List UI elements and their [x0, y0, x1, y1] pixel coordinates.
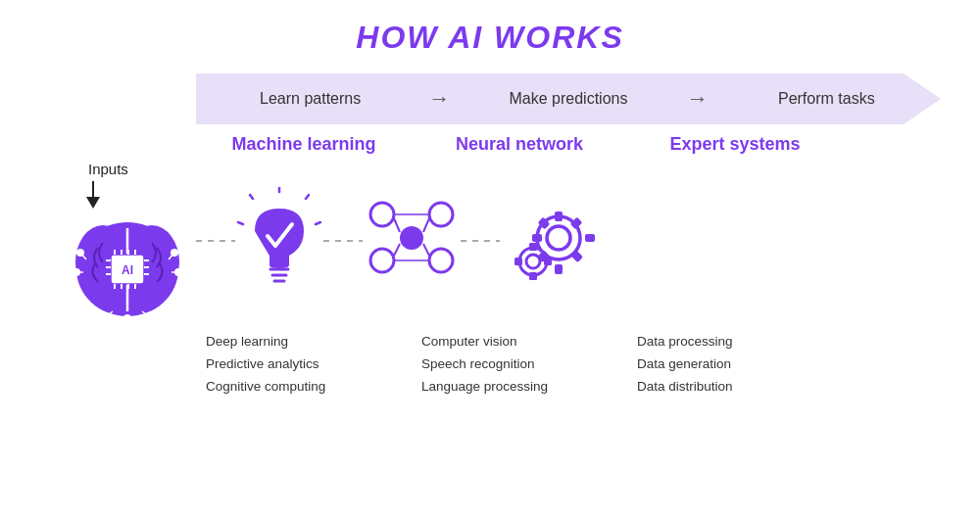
- svg-point-46: [429, 249, 453, 272]
- detail-es: Data processing Data generation Data dis…: [627, 331, 843, 399]
- nn-icon-group: [363, 187, 461, 295]
- svg-point-64: [526, 255, 540, 268]
- svg-point-54: [547, 226, 570, 250]
- neural-network-icon: [363, 187, 461, 295]
- icons-line-row: Inputs: [69, 161, 941, 321]
- lightbulb-icon: [235, 187, 323, 295]
- arrow-shape: Learn patterns → Make predictions → Perf…: [196, 73, 941, 124]
- label-expert-systems: Expert systems: [627, 134, 843, 161]
- arrow-down-head: [86, 197, 100, 209]
- svg-rect-56: [555, 264, 563, 274]
- arrow-step-2: Make predictions: [454, 90, 682, 108]
- svg-rect-65: [529, 243, 537, 251]
- page: HOW AI WORKS Learn patterns → Make predi…: [0, 0, 980, 518]
- arrow-banner: Learn patterns → Make predictions → Perf…: [196, 73, 941, 124]
- label-machine-learning: Machine learning: [196, 134, 412, 161]
- arrow-down-line: [92, 181, 94, 197]
- svg-point-42: [370, 203, 394, 226]
- svg-point-45: [429, 203, 453, 226]
- svg-line-50: [423, 244, 429, 256]
- svg-rect-57: [532, 234, 542, 242]
- ml-icon-group: [235, 187, 323, 295]
- arrow-separator-2: →: [687, 86, 709, 112]
- arrow-separator-1: →: [428, 86, 450, 112]
- page-title: HOW AI WORKS: [39, 20, 941, 56]
- svg-point-43: [370, 249, 394, 272]
- svg-line-49: [423, 218, 429, 232]
- svg-text:AI: AI: [122, 263, 133, 277]
- svg-rect-62: [570, 250, 583, 262]
- svg-rect-55: [555, 212, 563, 221]
- gear-icon: [500, 187, 608, 295]
- brain-section: Inputs: [69, 161, 196, 321]
- svg-rect-67: [514, 258, 522, 265]
- details-row: Deep learning Predictive analytics Cogni…: [196, 331, 941, 399]
- connector-dash-2: [323, 240, 363, 242]
- svg-rect-68: [544, 258, 552, 265]
- label-neural-network: Neural network: [412, 134, 627, 161]
- svg-point-44: [400, 226, 423, 250]
- svg-rect-58: [585, 234, 595, 242]
- brain-icon: AI: [69, 209, 186, 321]
- arrow-step-3: Perform tasks: [712, 90, 941, 108]
- detail-nn: Computer vision Speech recognition Langu…: [412, 331, 627, 399]
- svg-line-35: [306, 195, 309, 199]
- labels-row: Machine learning Neural network Expert s…: [196, 134, 941, 161]
- svg-line-38: [238, 222, 243, 224]
- svg-line-36: [316, 222, 320, 224]
- svg-line-47: [394, 218, 400, 232]
- arrow-step-1: Learn patterns: [196, 90, 424, 108]
- svg-line-37: [250, 195, 253, 199]
- arrow-down-group: [86, 181, 100, 209]
- svg-rect-66: [529, 272, 537, 280]
- detail-ml: Deep learning Predictive analytics Cogni…: [196, 331, 412, 399]
- connector-dash-1: [196, 240, 235, 242]
- connector-dash-3: [461, 240, 500, 242]
- expert-icon-group: [500, 187, 608, 295]
- inputs-label: Inputs: [88, 161, 128, 177]
- svg-line-48: [394, 244, 400, 256]
